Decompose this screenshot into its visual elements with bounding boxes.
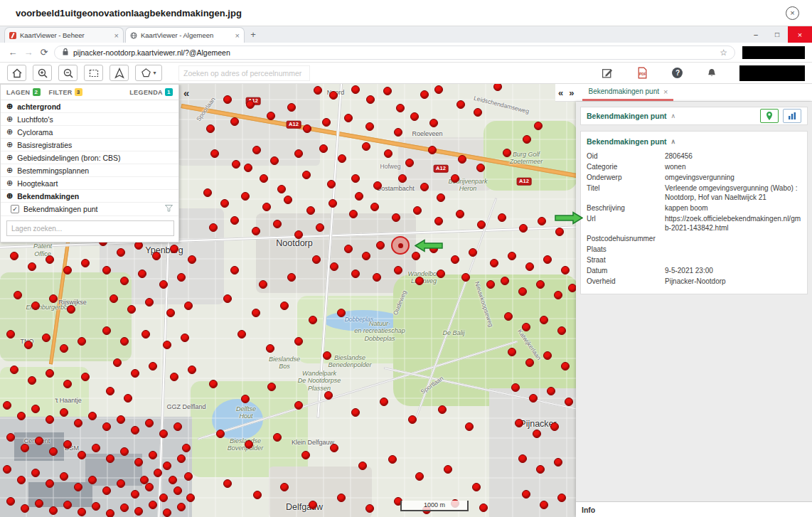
layer-item[interactable]: ⊕Hoogtekaart [1, 177, 178, 190]
home-button[interactable] [7, 65, 26, 81]
map-marker[interactable] [131, 426, 139, 435]
map-marker[interactable] [223, 95, 232, 104]
map-marker[interactable] [349, 210, 358, 218]
map-marker[interactable] [173, 486, 182, 495]
map-marker[interactable] [324, 391, 333, 400]
help-icon[interactable]: ? [669, 65, 685, 81]
map-marker[interactable] [186, 494, 195, 502]
map-marker[interactable] [260, 174, 268, 183]
map-marker[interactable] [273, 433, 282, 442]
window-close-button[interactable]: × [788, 26, 812, 43]
map-marker[interactable] [373, 273, 381, 282]
map-marker[interactable] [92, 502, 100, 511]
map-marker[interactable] [223, 479, 232, 488]
selected-marker[interactable] [391, 236, 410, 255]
map-marker[interactable] [398, 174, 407, 183]
map-marker[interactable] [17, 476, 26, 484]
map-marker[interactable] [479, 503, 488, 512]
map-marker[interactable] [518, 454, 527, 463]
map-marker[interactable] [322, 118, 331, 127]
map-marker[interactable] [490, 259, 498, 267]
map-marker[interactable] [149, 362, 157, 371]
map-marker[interactable] [28, 376, 36, 385]
map-marker[interactable] [383, 87, 392, 95]
map-marker[interactable] [327, 180, 336, 188]
reload-icon[interactable]: ⟳ [38, 47, 50, 58]
map-marker[interactable] [42, 334, 50, 342]
map-marker[interactable] [461, 273, 470, 282]
map-marker[interactable] [145, 483, 154, 491]
collapse-caret-icon[interactable]: ∧ [671, 112, 676, 119]
map-marker[interactable] [394, 128, 402, 137]
map-marker[interactable] [323, 351, 331, 360]
map-marker[interactable] [28, 262, 36, 271]
map-marker[interactable] [458, 155, 466, 164]
map-marker[interactable] [330, 262, 338, 271]
map-marker[interactable] [46, 255, 54, 264]
map-marker[interactable] [518, 287, 527, 296]
back-icon[interactable]: ← [7, 47, 18, 58]
map-marker[interactable] [337, 494, 346, 502]
map-marker[interactable] [67, 305, 75, 314]
map-marker[interactable] [253, 491, 262, 499]
map-marker[interactable] [438, 405, 447, 414]
tab-legenda[interactable]: LEGENDA 1 [129, 88, 173, 96]
map-marker[interactable] [525, 262, 534, 271]
map-marker[interactable] [508, 348, 516, 356]
map-marker[interactable] [184, 302, 193, 310]
map-marker[interactable] [294, 401, 303, 410]
map-marker[interactable] [209, 223, 218, 232]
expand-icon[interactable]: ⊕ [6, 115, 13, 123]
panel-collapse-left-icon[interactable]: « [555, 87, 566, 98]
map-marker[interactable] [309, 501, 317, 509]
map-marker[interactable] [465, 422, 474, 431]
zoom-extent-button[interactable] [84, 65, 103, 81]
map-marker[interactable] [163, 341, 171, 349]
map-marker[interactable] [456, 100, 465, 109]
map-marker[interactable] [120, 277, 129, 285]
map-marker[interactable] [6, 433, 15, 442]
map-marker[interactable] [550, 422, 559, 431]
map-marker[interactable] [49, 294, 58, 303]
map-marker[interactable] [134, 458, 143, 467]
map-marker[interactable] [543, 255, 552, 264]
map-marker[interactable] [21, 444, 29, 452]
map-marker[interactable] [380, 398, 388, 406]
expand-icon[interactable]: ⊕ [6, 192, 13, 200]
address-search-input[interactable] [178, 65, 310, 81]
tab-close-icon[interactable]: × [663, 87, 668, 96]
map-marker[interactable] [437, 270, 445, 278]
map-marker[interactable] [149, 501, 157, 509]
map-marker[interactable] [102, 266, 111, 275]
map-marker[interactable] [63, 380, 72, 388]
new-tab-button[interactable]: + [246, 27, 260, 41]
map-marker[interactable] [154, 469, 162, 477]
map-marker[interactable] [280, 302, 289, 310]
map-marker[interactable] [306, 206, 315, 215]
map-marker[interactable] [561, 362, 570, 371]
map-marker[interactable] [469, 248, 477, 257]
tab-lagen[interactable]: LAGEN 2 [6, 88, 41, 96]
expand-icon[interactable]: ⊕ [6, 154, 13, 161]
map-marker[interactable] [262, 203, 271, 211]
map-marker[interactable] [554, 291, 562, 299]
statistics-button[interactable] [783, 109, 801, 123]
map-marker[interactable] [102, 486, 111, 495]
map-marker[interactable] [365, 122, 374, 131]
map-marker[interactable] [280, 483, 289, 491]
map-marker[interactable] [344, 114, 353, 122]
layer-item[interactable]: ⊕achtergrond [1, 100, 178, 113]
map-marker[interactable] [405, 159, 414, 167]
map-marker[interactable] [49, 506, 58, 515]
map-marker[interactable] [120, 447, 129, 456]
map-marker[interactable] [35, 437, 43, 445]
browser-tab-beheer[interactable]: KaartViewer - Beheer × [4, 27, 124, 43]
map-marker[interactable] [316, 223, 324, 232]
map-marker[interactable] [451, 174, 459, 183]
map-marker[interactable] [131, 369, 139, 378]
map-marker[interactable] [434, 85, 443, 94]
map-marker[interactable] [60, 472, 68, 481]
map-marker[interactable] [420, 90, 429, 99]
map-marker[interactable] [366, 95, 375, 104]
map-marker[interactable] [78, 451, 86, 459]
